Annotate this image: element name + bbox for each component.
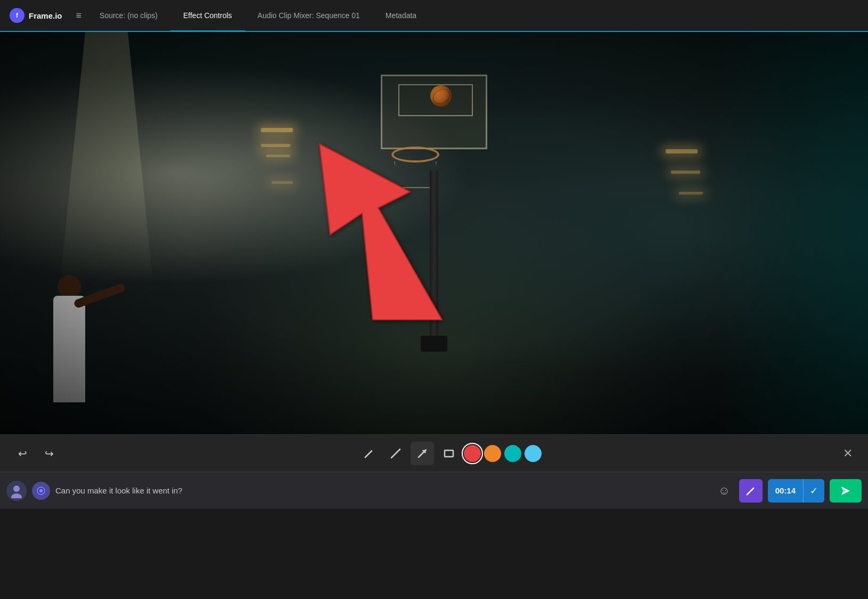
backboard [381,75,487,149]
svg-line-2 [365,456,366,458]
pole-base [421,336,447,352]
svg-point-8 [11,493,22,498]
logo-text: Frame.io [29,11,62,20]
redo-button[interactable]: ↪ [37,442,61,465]
frameio-icon [36,485,46,496]
logo[interactable]: f Frame.io [5,8,71,23]
svg-line-3 [391,449,400,458]
hoop-ring [391,147,439,163]
ceiling-light-1 [261,128,293,132]
tab-bar: f Frame.io ≡ Source: (no clips) Effect C… [0,0,868,32]
tab-metadata[interactable]: Metadata [373,1,429,31]
ceiling-light-2 [261,144,290,147]
comment-bar: ☺ 00:14 ✓ [0,472,868,509]
color-orange-button[interactable] [484,445,501,462]
color-teal-button[interactable] [504,445,521,462]
basketball [430,85,452,107]
teal-wall [719,32,868,434]
player-figure [43,216,107,402]
color-blue-button[interactable] [525,445,542,462]
logo-icon: f [10,8,24,23]
svg-point-7 [13,485,20,492]
timestamp-group: 00:14 ✓ [768,479,824,503]
avatar-icon [9,483,24,498]
svg-line-13 [747,493,748,495]
arrow-tool-button[interactable] [411,442,434,465]
timestamp-value: 00:14 [768,482,803,499]
close-tools-button[interactable]: ✕ [838,444,857,463]
send-button[interactable] [830,479,862,503]
annotation-bar: ↩ ↪ [0,434,868,472]
ceiling-light-right-1 [666,149,698,153]
svg-point-11 [39,489,43,492]
tab-source[interactable]: Source: (no clips) [87,1,170,31]
basketball-hoop [354,64,514,277]
tab-effect-controls[interactable]: Effect Controls [170,1,245,31]
tab-audio-clip-mixer[interactable]: Audio Clip Mixer: Sequence 01 [245,1,373,31]
video-background[interactable] [0,32,868,434]
color-red-button[interactable] [464,445,481,462]
video-container [0,32,868,434]
figure-body [53,296,85,402]
arrow-icon [416,448,428,459]
line-tool-button[interactable] [384,442,407,465]
user-avatar [6,481,27,501]
line-icon [390,448,402,459]
timestamp-check-button[interactable]: ✓ [803,479,824,503]
tools-group [61,442,838,465]
svg-rect-6 [445,450,453,457]
ceiling-light-right-2 [671,171,700,174]
undo-button[interactable]: ↩ [11,442,34,465]
history-group: ↩ ↪ [11,442,61,465]
svg-marker-14 [841,487,850,495]
send-icon [839,484,852,497]
hamburger-icon[interactable]: ≡ [71,8,87,23]
rect-icon [443,448,455,459]
pole [430,171,438,341]
emoji-button[interactable]: ☺ [715,481,734,500]
rect-tool-button[interactable] [437,442,461,465]
ceiling-light-right-3 [679,192,703,195]
pencil-icon [363,448,375,459]
draw-icon [745,485,757,497]
pencil-tool-button[interactable] [357,442,381,465]
frameio-button[interactable] [32,482,50,500]
draw-toggle-button[interactable] [739,479,763,503]
ceiling-light-4 [272,181,293,184]
ceiling-light-3 [266,155,290,157]
comment-input[interactable] [55,482,709,499]
figure-head [58,275,81,298]
